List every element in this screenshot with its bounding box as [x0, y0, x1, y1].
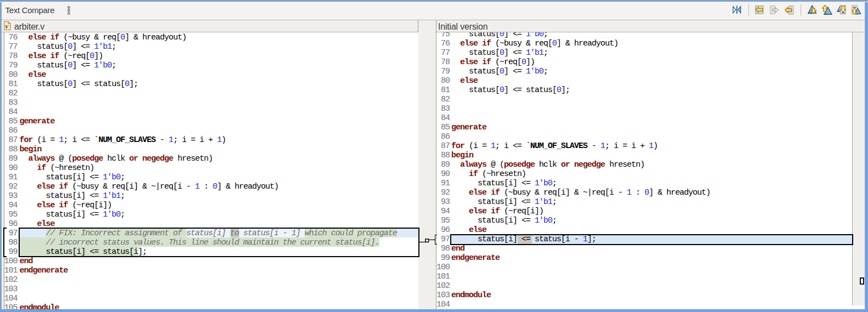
svg-text:v: v	[5, 22, 8, 30]
